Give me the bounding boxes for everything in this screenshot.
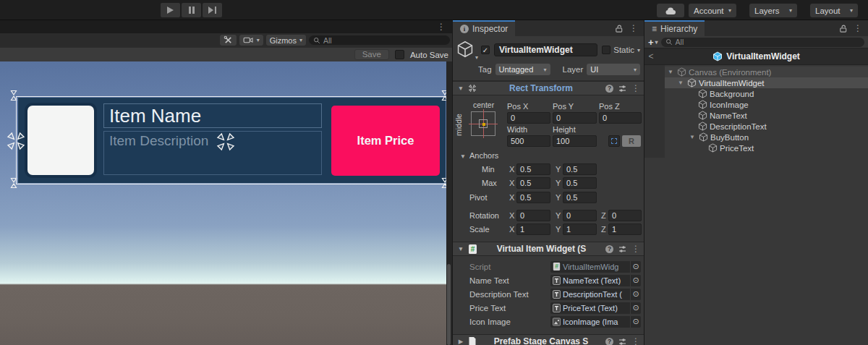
account-dropdown[interactable]: Account▾ <box>689 4 736 17</box>
pivot-y-field[interactable]: 0.5 <box>563 192 597 203</box>
blueprint-mode-button[interactable] <box>608 135 620 147</box>
tag-dropdown[interactable]: Untagged ▾ <box>495 64 550 75</box>
anchor-handle-icon[interactable] <box>8 90 20 101</box>
save-button[interactable]: Save <box>354 49 389 60</box>
tree-row-canvas[interactable]: ▼ Canvas (Environment) <box>665 67 868 77</box>
tree-row-virtualitemwidget[interactable]: ▼ VirtualItemWidget <box>665 77 868 88</box>
prefab-breadcrumb[interactable]: VirtualItemWidget <box>644 51 868 61</box>
anchor-max-x-field[interactable]: 0.5 <box>516 177 550 189</box>
tree-row-iconimage[interactable]: IconImage <box>665 99 868 110</box>
width-label: Width <box>507 125 527 134</box>
object-picker-icon[interactable]: ⊙ <box>630 316 641 328</box>
anchor-handle-icon[interactable] <box>8 177 20 189</box>
presets-icon[interactable] <box>618 84 627 93</box>
hierarchy-menu-kebab-icon[interactable]: ⋮ <box>854 24 862 33</box>
scale-x-field[interactable]: 1 <box>516 223 550 235</box>
object-picker-icon[interactable]: ⊙ <box>630 302 641 314</box>
pos-y-field[interactable]: 0 <box>553 112 597 124</box>
scale-y-field[interactable]: 1 <box>563 223 597 235</box>
help-icon[interactable]: ? <box>605 85 613 93</box>
presets-icon[interactable] <box>618 337 627 345</box>
foldout-arrow-icon[interactable]: ▶ <box>456 338 465 345</box>
tree-row-pricetext[interactable]: PriceText <box>665 142 868 153</box>
foldout-arrow-icon[interactable]: ▼ <box>676 80 685 86</box>
play-button[interactable] <box>161 3 180 17</box>
anchor-gizmo-icon[interactable] <box>215 131 237 153</box>
anchor-preset-widget[interactable] <box>471 111 495 136</box>
anchor-gizmo-icon[interactable] <box>5 130 27 152</box>
scale-z-field[interactable]: 1 <box>608 223 642 235</box>
layers-dropdown[interactable]: Layers▾ <box>749 4 797 17</box>
foldout-arrow-icon[interactable]: ▼ <box>456 245 465 252</box>
anchor-min-y-field[interactable]: 0.5 <box>563 163 597 175</box>
step-button[interactable] <box>203 3 222 17</box>
scene-camera-dropdown[interactable]: ▾ <box>239 35 263 46</box>
rotation-y-field[interactable]: 0 <box>563 210 597 221</box>
rotation-x-field[interactable]: 0 <box>516 210 550 221</box>
foldout-arrow-icon[interactable]: ▼ <box>666 69 675 75</box>
lock-icon[interactable] <box>614 24 624 33</box>
script-object-field[interactable]: # VirtualItemWidg <box>550 261 630 273</box>
description-text-object-field[interactable]: DescriptionText ( <box>550 289 630 300</box>
scene-canvas[interactable]: Item Name Item Description Item Price <box>0 61 452 345</box>
help-icon[interactable]: ? <box>605 338 613 345</box>
auto-save-checkbox[interactable] <box>395 50 404 59</box>
widget-description-text[interactable]: Item Description <box>103 131 322 175</box>
gameobject-icon-button[interactable]: ▾ <box>456 41 477 59</box>
gizmos-dropdown[interactable]: Gizmos ▾ <box>266 35 306 46</box>
pos-z-field[interactable]: 0 <box>599 112 642 124</box>
inspector-menu-kebab-icon[interactable]: ⋮ <box>629 24 638 33</box>
rect-transform-header[interactable]: ▼ Rect Transform ? ⋮ <box>453 81 644 95</box>
tree-row-descriptiontext[interactable]: DescriptionText <box>665 121 868 132</box>
scene-search-input[interactable]: All <box>309 35 450 45</box>
gameobject-name-field[interactable]: VirtualItemWidget <box>494 43 597 56</box>
anchors-foldout-icon[interactable]: ▼ <box>459 153 467 160</box>
height-field[interactable]: 100 <box>553 135 597 147</box>
layer-dropdown[interactable]: UI ▾ <box>587 64 640 75</box>
object-picker-icon[interactable]: ⊙ <box>630 261 641 273</box>
icon-image-object-field[interactable]: IconImage (Ima <box>550 316 630 328</box>
tree-row-buybutton[interactable]: ▼ BuyButton <box>665 132 868 142</box>
object-picker-icon[interactable]: ⊙ <box>630 289 641 300</box>
foldout-arrow-icon[interactable]: ▼ <box>688 134 697 140</box>
rotation-z-field[interactable]: 0 <box>608 210 642 221</box>
pivot-x-field[interactable]: 0.5 <box>516 192 550 203</box>
foldout-arrow-icon[interactable]: ▼ <box>456 85 465 92</box>
lock-icon[interactable] <box>838 24 848 33</box>
virtual-item-widget-panel[interactable]: Item Name Item Description Item Price <box>18 98 446 183</box>
hierarchy-search-input[interactable]: All <box>661 38 864 47</box>
component-menu-kebab-icon[interactable]: ⋮ <box>631 337 640 345</box>
component-menu-kebab-icon[interactable]: ⋮ <box>631 244 640 253</box>
name-text-object-field[interactable]: NameText (Text) <box>550 275 630 286</box>
width-field[interactable]: 500 <box>507 135 550 147</box>
create-object-button[interactable]: + ▾ <box>648 37 658 48</box>
pause-button[interactable] <box>182 3 201 17</box>
scene-menu-kebab-icon[interactable]: ⋮ <box>437 22 446 31</box>
scrollbar-thumb[interactable] <box>447 264 451 345</box>
active-checkbox[interactable]: ✓ <box>481 46 490 54</box>
component-menu-kebab-icon[interactable]: ⋮ <box>631 84 640 93</box>
widget-buy-button[interactable]: Item Price <box>331 106 440 176</box>
tree-row-background[interactable]: Background <box>665 88 868 99</box>
prefab-stage-canvas-header[interactable]: ▶ Prefab Stage Canvas S ? ⋮ <box>453 334 644 345</box>
pos-x-field[interactable]: 0 <box>507 112 550 124</box>
widget-icon-image[interactable] <box>27 106 94 175</box>
presets-icon[interactable] <box>618 244 627 254</box>
anchor-max-y-field[interactable]: 0.5 <box>563 177 597 189</box>
tab-inspector[interactable]: i Inspector <box>453 20 515 36</box>
price-text-object-field[interactable]: PriceText (Text) <box>550 302 630 314</box>
cloud-services-button[interactable] <box>657 4 684 17</box>
widget-name-text[interactable]: Item Name <box>103 103 322 128</box>
help-icon[interactable]: ? <box>605 245 613 253</box>
tab-hierarchy[interactable]: ≡ Hierarchy <box>644 20 705 36</box>
tree-row-nametext[interactable]: NameText <box>665 110 868 121</box>
anchor-min-x-field[interactable]: 0.5 <box>516 163 550 175</box>
static-checkbox[interactable] <box>602 46 610 54</box>
scene-scrollbar[interactable] <box>446 61 452 345</box>
scene-tools-button[interactable] <box>220 35 237 46</box>
static-toggle[interactable]: Static ▾ <box>602 46 640 54</box>
layout-dropdown[interactable]: Layout▾ <box>810 4 858 17</box>
raw-edit-button[interactable]: R <box>622 135 641 147</box>
virtual-item-widget-header[interactable]: ▼ # Virtual Item Widget (S ? ⋮ <box>453 242 644 256</box>
object-picker-icon[interactable]: ⊙ <box>630 275 641 286</box>
